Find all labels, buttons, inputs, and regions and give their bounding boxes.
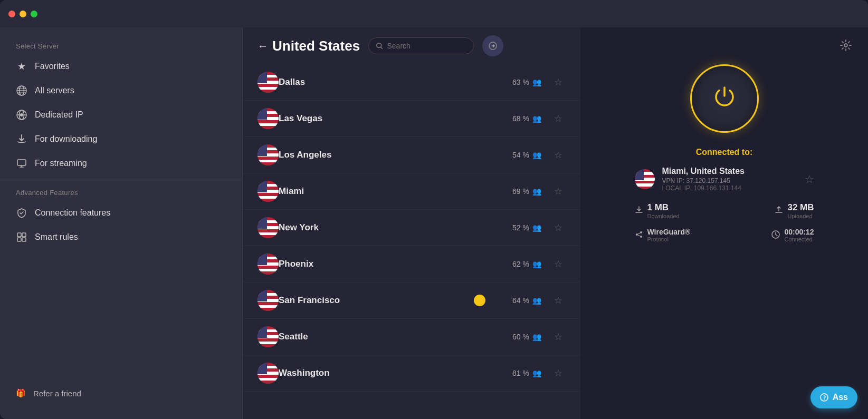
users-icon: 👥: [532, 223, 541, 232]
server-row-las-vegas[interactable]: Las Vegas 68 % 👥 ☆: [243, 101, 580, 137]
server-load-san-francisco: 64 % 👥: [512, 296, 541, 305]
star-phoenix[interactable]: ☆: [551, 257, 566, 271]
server-row-phoenix[interactable]: Phoenix 62 % 👥 ☆: [243, 246, 580, 282]
flag-washington: [257, 363, 279, 384]
downloaded-label: Downloaded: [647, 213, 680, 219]
server-panel: ← United States: [243, 27, 580, 419]
download-stat: 1 MB Downloaded: [635, 202, 680, 219]
sidebar-item-smart-rules[interactable]: Smart rules: [0, 225, 242, 249]
server-load-miami: 69 % 👥: [512, 187, 541, 196]
protocol-item: WireGuard® Protocol: [635, 228, 691, 242]
server-name-dallas: Dallas: [279, 77, 512, 87]
star-los-angeles[interactable]: ☆: [551, 148, 566, 162]
assist-button[interactable]: Ass: [810, 386, 857, 408]
server-load-washington: 81 % 👥: [512, 369, 541, 377]
gift-icon: 🎁: [16, 388, 26, 398]
server-name-miami: Miami: [279, 186, 512, 197]
downloaded-value: 1 MB: [647, 202, 680, 213]
app-window: Select Server ★ Favorites All servers: [0, 0, 868, 419]
sidebar-item-favorites[interactable]: ★ Favorites: [0, 54, 242, 79]
globe-icon: [16, 85, 27, 96]
back-button[interactable]: ← United States: [257, 38, 360, 54]
flag-los-angeles: [257, 144, 279, 165]
minimize-button[interactable]: [20, 11, 26, 17]
smart-rules-label: Smart rules: [35, 232, 78, 242]
star-seattle[interactable]: ☆: [551, 329, 566, 344]
server-row-miami[interactable]: Miami 69 % 👥 ☆: [243, 173, 580, 210]
all-servers-label: All servers: [35, 86, 74, 95]
star-miami[interactable]: ☆: [551, 184, 566, 199]
star-san-francisco[interactable]: ☆: [551, 293, 566, 308]
close-button[interactable]: [8, 11, 15, 17]
server-row-los-angeles[interactable]: Los Angeles 54 % 👥 ☆: [243, 137, 580, 173]
star-connected-button[interactable]: ☆: [805, 173, 814, 186]
svg-point-24: [640, 236, 642, 238]
dedicated-ip-icon: [16, 109, 27, 121]
users-icon: 👥: [532, 333, 541, 341]
sidebar-item-all-servers[interactable]: All servers: [0, 79, 242, 103]
refer-friend-label: Refer a friend: [33, 389, 81, 398]
server-name-las-vegas: Las Vegas: [279, 113, 512, 124]
upload-stat: 32 MB Uploaded: [775, 202, 814, 219]
time-item: 00:00:12 Connected: [771, 228, 814, 242]
protocol-value: WireGuard®: [647, 228, 691, 236]
svg-rect-14: [17, 238, 21, 241]
server-row-seattle[interactable]: Seattle 60 % 👥 ☆: [243, 319, 580, 355]
connected-server-row: Miami, United States VPN IP: 37.120.157.…: [635, 167, 814, 192]
server-row-dallas[interactable]: Dallas 63 % 👥 ☆: [243, 64, 580, 101]
power-icon: [712, 83, 737, 114]
sidebar-item-streaming[interactable]: For streaming: [0, 151, 242, 176]
sidebar-spacer: [0, 249, 242, 378]
local-ip: LOCAL IP: 109.166.131.144: [662, 184, 797, 192]
server-load-new-york: 52 % 👥: [512, 223, 541, 232]
server-row-san-francisco[interactable]: San Francisco 64 % 👥 ☆: [243, 282, 580, 319]
star-new-york[interactable]: ☆: [551, 220, 566, 235]
title-bar: [0, 0, 868, 27]
right-panel: Connected to: Miami, United States VPN I…: [580, 27, 868, 419]
flag-seattle: [257, 326, 279, 347]
users-icon: 👥: [532, 187, 541, 196]
sidebar-footer: 🎁 Refer a friend: [0, 378, 242, 408]
connected-server-name: Miami, United States: [662, 167, 797, 176]
search-input[interactable]: [387, 42, 466, 50]
time-label: Connected: [784, 236, 814, 242]
svg-point-19: [844, 44, 847, 47]
back-arrow-icon: ←: [257, 40, 268, 52]
server-row-new-york[interactable]: New York 52 % 👥 ☆: [243, 210, 580, 246]
search-box[interactable]: [368, 37, 474, 54]
connection-features-label: Connection features: [35, 208, 110, 218]
flag-phoenix: [257, 254, 279, 275]
svg-rect-9: [17, 160, 26, 165]
server-load-seattle: 60 % 👥: [512, 333, 541, 341]
star-las-vegas[interactable]: ☆: [551, 111, 566, 126]
connect-round-button[interactable]: [482, 35, 503, 56]
flag-new-york: [257, 217, 279, 238]
svg-point-22: [636, 233, 638, 236]
download-stat-icon: [635, 206, 643, 216]
server-row-washington[interactable]: Washington 81 % 👥 ☆: [243, 355, 580, 392]
maximize-button[interactable]: [31, 11, 37, 17]
protocol-row: WireGuard® Protocol 00:00:12: [635, 228, 814, 242]
vpn-ip: VPN IP: 37.120.157.145: [662, 177, 797, 184]
users-icon: 👥: [532, 114, 541, 123]
sidebar-item-dedicated-ip[interactable]: Dedicated IP: [0, 103, 242, 127]
settings-button[interactable]: [836, 36, 855, 55]
shield-icon: [16, 207, 27, 219]
star-dallas[interactable]: ☆: [551, 75, 566, 90]
svg-point-29: [824, 399, 825, 401]
power-button[interactable]: [690, 64, 759, 133]
sidebar-item-downloading[interactable]: For downloading: [0, 127, 242, 151]
clock-icon: [771, 230, 780, 240]
star-washington[interactable]: ☆: [551, 366, 566, 381]
streaming-icon: [16, 158, 27, 169]
server-load-dallas: 63 % 👥: [512, 78, 541, 86]
sidebar-item-connection-features[interactable]: Connection features: [0, 201, 242, 225]
users-icon: 👥: [532, 151, 541, 159]
server-load-las-vegas: 68 % 👥: [512, 114, 541, 123]
svg-line-26: [638, 235, 640, 236]
select-server-label: Select Server: [0, 38, 242, 54]
traffic-lights: [8, 11, 37, 17]
power-button-container: [690, 64, 759, 133]
server-load-los-angeles: 54 % 👥: [512, 151, 541, 159]
refer-friend-item[interactable]: 🎁 Refer a friend: [16, 388, 226, 398]
